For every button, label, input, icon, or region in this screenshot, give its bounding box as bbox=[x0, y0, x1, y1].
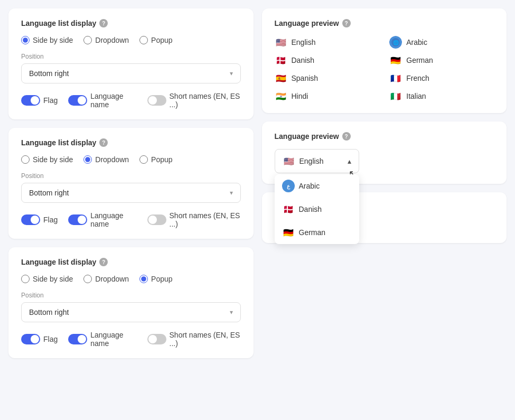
flag-menu-german: 🇩🇪 bbox=[282, 226, 295, 239]
lang-item-french: 🇫🇷 French bbox=[389, 72, 494, 85]
lang-name-italian: Italian bbox=[406, 92, 426, 100]
panel1-toggle-flag: Flag bbox=[21, 95, 58, 106]
panel-side-by-side: Language list display ? Side by side Dro… bbox=[8, 8, 254, 119]
panel3-toggle-langname: Language name bbox=[68, 331, 136, 348]
panel2-help-icon[interactable]: ? bbox=[99, 138, 108, 147]
preview1-title: Language preview ? bbox=[275, 19, 494, 27]
panel1-position-label: Position bbox=[21, 53, 241, 60]
preview2-selected-flag: 🇺🇸 bbox=[283, 155, 295, 167]
panel2-radio-sidebyside[interactable]: Side by side bbox=[21, 155, 73, 164]
panel3-radio-dropdown[interactable]: Dropdown bbox=[83, 275, 129, 283]
lang-item-italian: 🇮🇹 Italian bbox=[389, 90, 494, 102]
panel3-radio-group: Side by side Dropdown Popup bbox=[21, 275, 241, 283]
panel2-shortnames-toggle[interactable] bbox=[147, 214, 166, 225]
lang-name-hindi: Hindi bbox=[292, 92, 308, 100]
panel1-langname-toggle[interactable] bbox=[68, 95, 87, 106]
panel3-toggle-shortnames: Short names (EN, ES ...) bbox=[147, 331, 241, 348]
panel1-position-value: Bottom right bbox=[29, 69, 69, 78]
panel2-toggle-flag: Flag bbox=[21, 214, 58, 225]
panel3-help-icon[interactable]: ? bbox=[99, 258, 108, 266]
preview2-arabic-name: Arabic bbox=[299, 182, 320, 190]
preview-panel-1: Language preview ? 🇺🇸 English 🌐 Arabic bbox=[262, 8, 507, 113]
panel3-toggle-group: Flag Language name Short names (EN, ES .… bbox=[21, 331, 241, 348]
panel2-position-dropdown[interactable]: Bottom right ▾ bbox=[21, 183, 241, 203]
preview2-help-icon[interactable]: ? bbox=[342, 132, 351, 141]
panel1-toggle-langname: Language name bbox=[68, 92, 136, 109]
panel2-toggle-group: Flag Language name Short names (EN, ES .… bbox=[21, 211, 241, 228]
panel3-radio-popup[interactable]: Popup bbox=[139, 275, 172, 283]
panel1-langname-label: Language name bbox=[90, 92, 136, 109]
lang-item-arabic: 🌐 Arabic bbox=[389, 36, 494, 49]
panel2-position-label: Position bbox=[21, 172, 241, 180]
panel2-title: Language list display ? bbox=[21, 138, 241, 147]
svg-text:🌐: 🌐 bbox=[393, 40, 399, 46]
panel2-toggle-shortnames: Short names (EN, ES ...) bbox=[147, 211, 241, 228]
panel1-title-text: Language list display bbox=[21, 19, 96, 27]
lang-name-french: French bbox=[406, 74, 429, 82]
preview2-menu-item-danish[interactable]: 🇩🇰 Danish bbox=[275, 198, 359, 221]
panel3-title-text: Language list display bbox=[21, 258, 96, 266]
panel2-position-value: Bottom right bbox=[29, 189, 69, 197]
panel3-dropdown-chevron: ▾ bbox=[230, 309, 233, 316]
panel3-radio-sidebyside[interactable]: Side by side bbox=[21, 275, 73, 283]
preview2-title-text: Language preview bbox=[275, 132, 339, 141]
preview2-chevron-icon: ▴ bbox=[348, 157, 351, 165]
panel1-radio-dropdown[interactable]: Dropdown bbox=[83, 36, 129, 44]
panel1-toggle-group: Flag Language name Short names (EN, ES .… bbox=[21, 92, 241, 109]
flag-menu-danish: 🇩🇰 bbox=[282, 203, 295, 216]
panel1-radio-sidebyside[interactable]: Side by side bbox=[21, 36, 73, 44]
flag-english: 🇺🇸 bbox=[275, 36, 287, 49]
panel3-title: Language list display ? bbox=[21, 258, 241, 266]
panel2-langname-label: Language name bbox=[90, 211, 136, 228]
panel1-shortnames-toggle[interactable] bbox=[147, 95, 166, 106]
panel1-position-dropdown[interactable]: Bottom right ▾ bbox=[21, 63, 241, 83]
panel2-toggle-langname: Language name bbox=[68, 211, 136, 228]
panel-dropdown: Language list display ? Side by side Dro… bbox=[8, 128, 254, 239]
preview2-selected-name: English bbox=[299, 157, 324, 165]
panel3-shortnames-toggle[interactable] bbox=[147, 334, 166, 344]
preview1-help-icon[interactable]: ? bbox=[342, 19, 351, 27]
lang-item-spanish: 🇪🇸 Spanish bbox=[275, 72, 379, 85]
panel2-langname-toggle[interactable] bbox=[68, 214, 87, 225]
preview2-dropdown-trigger[interactable]: 🇺🇸 English ▴ bbox=[275, 149, 359, 173]
panel1-help-icon[interactable]: ? bbox=[99, 19, 108, 27]
panel1-radio-popup[interactable]: Popup bbox=[139, 36, 172, 44]
panel1-flag-label: Flag bbox=[43, 96, 58, 105]
panel1-title: Language list display ? bbox=[21, 19, 241, 27]
preview2-menu-item-arabic[interactable]: ع Arabic bbox=[275, 174, 359, 198]
lang-item-danish: 🇩🇰 Danish bbox=[275, 54, 379, 67]
flag-french: 🇫🇷 bbox=[389, 72, 402, 85]
panel2-dropdown-chevron: ▾ bbox=[230, 189, 233, 197]
panel3-langname-toggle[interactable] bbox=[68, 334, 87, 344]
panel3-position-dropdown[interactable]: Bottom right ▾ bbox=[21, 302, 241, 322]
preview-panel-2: Language preview ? 🇺🇸 English ▴ ↖ ع Ara bbox=[262, 122, 507, 184]
panel1-dropdown-chevron: ▾ bbox=[230, 70, 233, 77]
panel2-radio-popup[interactable]: Popup bbox=[139, 155, 172, 164]
panel3-shortnames-label: Short names (EN, ES ...) bbox=[170, 331, 241, 348]
panel2-title-text: Language list display bbox=[21, 138, 96, 147]
lang-name-spanish: Spanish bbox=[292, 74, 319, 82]
lang-name-german: German bbox=[406, 56, 433, 64]
panel2-flag-toggle[interactable] bbox=[21, 214, 40, 225]
svg-text:ع: ع bbox=[287, 183, 291, 190]
lang-name-danish: Danish bbox=[292, 56, 315, 64]
lang-name-english: English bbox=[292, 38, 316, 46]
preview2-dropdown-container: 🇺🇸 English ▴ ↖ ع Arabic 🇩🇰 Danis bbox=[275, 149, 494, 173]
panel3-flag-label: Flag bbox=[43, 335, 58, 343]
flag-hindi: 🇮🇳 bbox=[275, 90, 287, 102]
panel3-langname-label: Language name bbox=[90, 331, 136, 348]
panel2-radio-dropdown[interactable]: Dropdown bbox=[83, 155, 129, 164]
panel1-toggle-shortnames: Short names (EN, ES ...) bbox=[147, 92, 241, 109]
panel-popup: Language list display ? Side by side Dro… bbox=[8, 247, 254, 358]
panel1-flag-toggle[interactable] bbox=[21, 95, 40, 106]
preview1-title-text: Language preview bbox=[275, 19, 339, 27]
lang-name-arabic: Arabic bbox=[406, 38, 427, 46]
panel3-flag-toggle[interactable] bbox=[21, 334, 40, 344]
preview2-menu-item-german[interactable]: 🇩🇪 German bbox=[275, 221, 359, 244]
panel2-shortnames-label: Short names (EN, ES ...) bbox=[170, 211, 241, 228]
flag-arabic: 🌐 bbox=[389, 36, 402, 49]
panel3-position-label: Position bbox=[21, 292, 241, 299]
flag-italian: 🇮🇹 bbox=[389, 90, 402, 102]
panel3-toggle-flag: Flag bbox=[21, 334, 58, 344]
flag-danish: 🇩🇰 bbox=[275, 54, 287, 67]
